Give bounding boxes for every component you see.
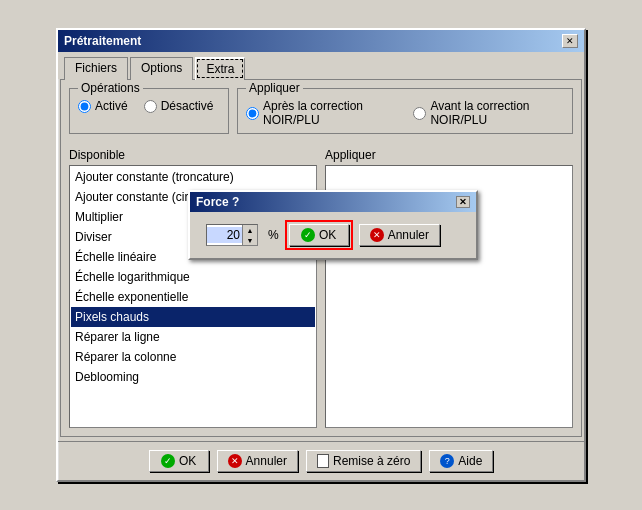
spin-up-button[interactable]: ▲ bbox=[243, 225, 257, 235]
radio-after-label: Après la correction NOIR/PLU bbox=[263, 99, 397, 127]
dialog-close-button[interactable]: ✕ bbox=[456, 196, 470, 208]
list-item[interactable]: Échelle exponentielle bbox=[71, 287, 315, 307]
cancel-icon: ✕ bbox=[228, 454, 242, 468]
help-icon: ? bbox=[440, 454, 454, 468]
dialog-ok-button[interactable]: ✓ OK bbox=[289, 224, 349, 246]
force-dialog: Force ? ✕ ▲ ▼ % ✓ OK ✕ Annul bbox=[188, 190, 478, 260]
cancel-button[interactable]: ✕ Annuler bbox=[217, 450, 298, 472]
value-spinner[interactable]: ▲ ▼ bbox=[206, 224, 258, 246]
tab-options[interactable]: Options bbox=[130, 57, 193, 80]
dialog-cancel-label: Annuler bbox=[388, 228, 429, 242]
radio-active-input[interactable] bbox=[78, 100, 91, 113]
spinner-buttons: ▲ ▼ bbox=[242, 225, 257, 245]
reset-button[interactable]: Remise à zéro bbox=[306, 450, 421, 472]
percent-label: % bbox=[268, 228, 279, 242]
bottom-bar: ✓ OK ✕ Annuler Remise à zéro ? Aide bbox=[58, 441, 584, 480]
dialog-cancel-button[interactable]: ✕ Annuler bbox=[359, 224, 440, 246]
operations-legend: Opérations bbox=[78, 81, 143, 95]
dialog-title-bar: Force ? ✕ bbox=[190, 192, 476, 212]
window-title: Prétraitement bbox=[64, 34, 141, 48]
value-input[interactable] bbox=[207, 227, 242, 243]
list-item[interactable]: Échelle logarithmique bbox=[71, 267, 315, 287]
list-item[interactable]: Pixels chauds bbox=[71, 307, 315, 327]
ok-icon: ✓ bbox=[161, 454, 175, 468]
radio-before-label: Avant la correction NOIR/PLU bbox=[430, 99, 564, 127]
close-button[interactable]: ✕ bbox=[562, 34, 578, 48]
disponible-label: Disponible bbox=[69, 148, 317, 162]
operations-radio-group: Activé Désactivé bbox=[78, 99, 220, 113]
list-item[interactable]: Deblooming bbox=[71, 367, 315, 387]
radio-after-input[interactable] bbox=[246, 107, 259, 120]
radio-before-input[interactable] bbox=[413, 107, 426, 120]
reset-label: Remise à zéro bbox=[333, 454, 410, 468]
radio-after[interactable]: Après la correction NOIR/PLU bbox=[246, 99, 397, 127]
dialog-title-text: Force ? bbox=[196, 195, 239, 209]
radio-active[interactable]: Activé bbox=[78, 99, 128, 113]
list-item[interactable]: Réparer la colonne bbox=[71, 347, 315, 367]
dialog-cancel-icon: ✕ bbox=[370, 228, 384, 242]
tab-fichiers[interactable]: Fichiers bbox=[64, 57, 128, 80]
ok-button[interactable]: ✓ OK bbox=[149, 450, 209, 472]
dialog-ok-label: OK bbox=[319, 228, 336, 242]
doc-icon bbox=[317, 454, 329, 468]
radio-inactive-label: Désactivé bbox=[161, 99, 214, 113]
operations-group: Opérations Activé Désactivé bbox=[69, 88, 229, 134]
appliquer-list-label: Appliquer bbox=[325, 148, 573, 162]
help-label: Aide bbox=[458, 454, 482, 468]
radio-active-label: Activé bbox=[95, 99, 128, 113]
list-item[interactable]: Ajouter constante (troncature) bbox=[71, 167, 315, 187]
main-window: Prétraitement ✕ Fichiers Options Extra O… bbox=[56, 28, 586, 482]
radio-inactive[interactable]: Désactivé bbox=[144, 99, 214, 113]
list-item[interactable]: Réparer la ligne bbox=[71, 327, 315, 347]
title-bar: Prétraitement ✕ bbox=[58, 30, 584, 52]
tabs-container: Fichiers Options Extra bbox=[58, 52, 584, 79]
apply-radio-group: Après la correction NOIR/PLU Avant la co… bbox=[246, 99, 564, 127]
help-button[interactable]: ? Aide bbox=[429, 450, 493, 472]
title-bar-buttons: ✕ bbox=[562, 34, 578, 48]
radio-inactive-input[interactable] bbox=[144, 100, 157, 113]
apply-legend: Appliquer bbox=[246, 81, 303, 95]
dialog-ok-icon: ✓ bbox=[301, 228, 315, 242]
spin-down-button[interactable]: ▼ bbox=[243, 235, 257, 245]
radio-before[interactable]: Avant la correction NOIR/PLU bbox=[413, 99, 564, 127]
dialog-content: ▲ ▼ % ✓ OK ✕ Annuler bbox=[190, 212, 476, 258]
cancel-label: Annuler bbox=[246, 454, 287, 468]
tab-extra[interactable]: Extra bbox=[195, 57, 245, 80]
apply-group: Appliquer Après la correction NOIR/PLU A… bbox=[237, 88, 573, 134]
ok-label: OK bbox=[179, 454, 196, 468]
